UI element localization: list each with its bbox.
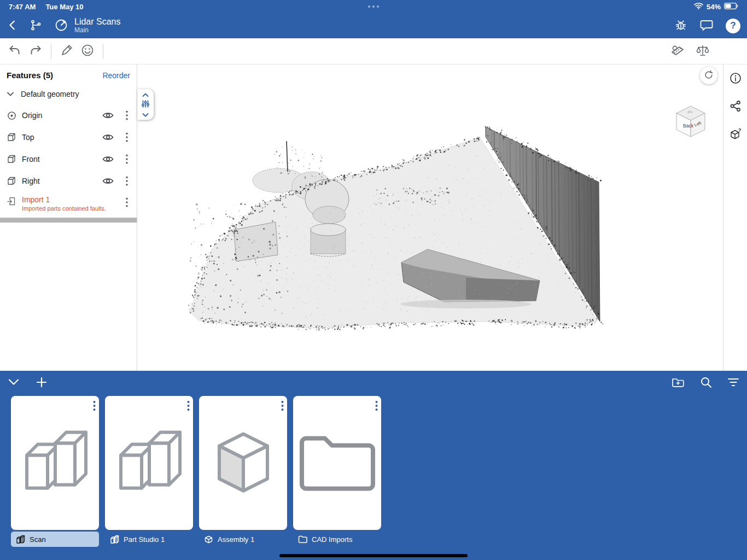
view-cube[interactable]: Back Left Top <box>669 100 712 142</box>
filter-tabs-button[interactable] <box>727 377 739 389</box>
import-icon <box>5 196 17 206</box>
feature-row-front-plane[interactable]: Front <box>0 148 137 170</box>
battery-percent: 54% <box>707 3 721 11</box>
viewcube-front-label: Back <box>683 123 694 129</box>
reorder-button[interactable]: Reorder <box>102 71 130 80</box>
report-bug-button[interactable] <box>674 19 687 33</box>
features-panel: Features (5) Reorder Default geometry Or… <box>0 65 137 371</box>
rotate-view-button[interactable] <box>700 67 717 84</box>
multitasking-indicator <box>368 5 379 8</box>
feature-row-top-plane[interactable]: Top <box>0 126 137 148</box>
kebab-menu-icon[interactable] <box>375 400 378 413</box>
tab-label-assembly-1[interactable]: Assembly 1 <box>199 532 287 547</box>
measure-icon <box>670 44 685 59</box>
tab-card-part-studio-1[interactable] <box>105 396 193 530</box>
bug-icon <box>674 19 687 33</box>
features-panel-title: Features (5) <box>7 71 53 80</box>
folder-glyph-icon <box>297 431 377 494</box>
clock-time: 7:47 AM <box>9 3 36 11</box>
feature-label: Front <box>22 155 102 164</box>
help-button[interactable]: ? <box>726 19 740 33</box>
tab-label-part-studio-1[interactable]: Part Studio 1 <box>105 532 193 547</box>
versions-icon <box>30 19 43 33</box>
plane-icon <box>5 176 17 186</box>
rollback-bar[interactable] <box>0 218 137 223</box>
undo-button[interactable] <box>4 41 25 62</box>
toolbar-separator <box>51 44 51 59</box>
visibility-eye-icon[interactable] <box>102 177 114 185</box>
feature-row-right-plane[interactable]: Right <box>0 170 137 192</box>
tab-card-assembly-1[interactable] <box>199 396 287 530</box>
tab-card-scan[interactable] <box>11 396 99 530</box>
import-warning-text: Imported parts contained faults. <box>22 205 122 212</box>
kebab-menu-icon[interactable] <box>122 132 131 142</box>
plus-icon <box>36 377 47 389</box>
back-button[interactable] <box>7 19 19 33</box>
feature-label: Top <box>22 133 102 142</box>
visibility-eye-icon[interactable] <box>102 133 114 141</box>
default-geometry-group[interactable]: Default geometry <box>0 85 137 104</box>
group-label: Default geometry <box>21 90 79 98</box>
svg-text:?: ? <box>738 128 742 133</box>
tab-label-text: Part Studio 1 <box>124 535 165 544</box>
appearance-button[interactable] <box>77 41 98 62</box>
versions-button[interactable] <box>30 19 43 33</box>
mass-properties-button[interactable] <box>692 41 713 62</box>
info-button[interactable] <box>730 72 742 86</box>
part-studio-glyph-icon <box>113 427 185 499</box>
part-studio-mini-icon <box>16 535 25 544</box>
sketch-button[interactable] <box>56 41 77 62</box>
kebab-menu-icon[interactable] <box>281 400 284 413</box>
part-studio-glyph-icon <box>19 427 91 499</box>
home-indicator[interactable] <box>279 554 468 557</box>
graphics-viewport[interactable]: Back Left Top <box>138 65 723 371</box>
chevron-up-icon <box>142 91 149 99</box>
rotate-icon <box>703 69 714 82</box>
help-icon: ? <box>726 19 740 33</box>
kebab-menu-icon[interactable] <box>93 400 96 413</box>
chat-bubble-icon <box>699 19 714 33</box>
assembly-glyph-icon <box>207 428 279 498</box>
lidar-scan-model <box>138 65 723 371</box>
tab-label-text: CAD Imports <box>312 535 352 544</box>
comments-button[interactable] <box>699 19 714 33</box>
tab-label-text: Assembly 1 <box>218 535 254 544</box>
search-icon <box>700 376 712 390</box>
share-icon <box>730 100 742 114</box>
workspace-name: Main <box>74 27 121 34</box>
kebab-menu-icon[interactable] <box>122 197 131 207</box>
new-folder-button[interactable] <box>672 377 685 389</box>
smiley-icon <box>80 43 95 59</box>
kebab-menu-icon[interactable] <box>122 176 131 186</box>
tab-card-cad-imports[interactable] <box>293 396 381 530</box>
filter-icon <box>727 377 739 389</box>
status-bar: 7:47 AM Tue May 10 54% <box>0 0 747 13</box>
search-tabs-button[interactable] <box>700 376 712 390</box>
kebab-menu-icon[interactable] <box>122 154 131 164</box>
tab-label-cad-imports[interactable]: CAD Imports <box>293 532 381 547</box>
add-tab-button[interactable] <box>36 377 47 389</box>
history-icon <box>54 18 69 34</box>
feature-label: Origin <box>22 111 102 120</box>
measure-button[interactable] <box>667 41 688 62</box>
share-button[interactable] <box>730 100 742 114</box>
tab-label-scan[interactable]: Scan <box>11 532 99 547</box>
visibility-eye-icon[interactable] <box>102 155 114 163</box>
feature-row-import[interactable]: Import 1 Imported parts contained faults… <box>0 192 137 214</box>
kebab-menu-icon[interactable] <box>122 110 131 120</box>
balance-scale-icon <box>696 44 710 59</box>
kebab-menu-icon[interactable] <box>187 400 190 413</box>
collapse-tabs-button[interactable] <box>8 378 20 388</box>
assembly-mini-icon <box>204 535 213 544</box>
document-title: Lidar Scans <box>74 17 121 27</box>
panel-collapse-handle[interactable] <box>137 89 154 120</box>
wifi-icon <box>694 2 703 11</box>
feature-row-origin[interactable]: Origin <box>0 104 137 126</box>
model-help-button[interactable]: ? <box>729 128 742 143</box>
redo-button[interactable] <box>25 41 46 62</box>
visibility-eye-icon[interactable] <box>102 112 114 119</box>
info-icon <box>730 72 742 86</box>
history-button[interactable] <box>54 18 69 34</box>
edit-toolbar <box>0 38 747 65</box>
feature-label: Right <box>22 177 102 185</box>
